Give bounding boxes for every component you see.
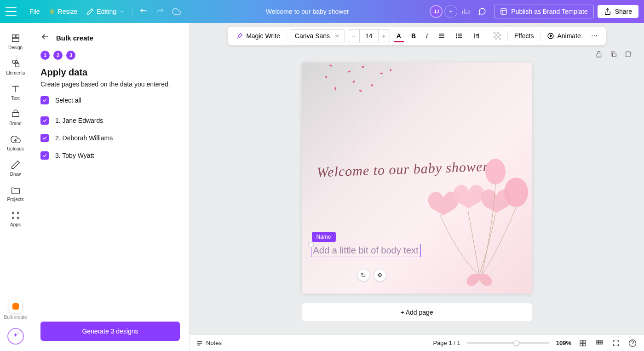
- body-text-element[interactable]: Add a little bit of body text: [311, 244, 421, 257]
- svg-rect-0: [501, 9, 506, 14]
- lock-icon[interactable]: [594, 50, 604, 59]
- chevron-down-icon: [334, 33, 340, 39]
- rail-brand[interactable]: Brand: [2, 105, 29, 130]
- animate-label: Animate: [557, 32, 581, 40]
- add-collaborator-button[interactable]: +: [444, 5, 457, 18]
- svg-rect-2: [16, 35, 18, 38]
- thumbnail-view-icon[interactable]: [594, 338, 604, 348]
- editing-label: Editing: [97, 8, 116, 15]
- magic-sparkle-button[interactable]: [7, 328, 24, 345]
- duplicate-page-icon[interactable]: [609, 50, 618, 59]
- editing-mode-dropdown[interactable]: Editing: [82, 5, 129, 18]
- transparency-button[interactable]: [490, 30, 505, 42]
- bold-button[interactable]: B: [408, 30, 420, 42]
- user-avatar[interactable]: JJ: [430, 5, 443, 18]
- redo-button[interactable]: [152, 3, 168, 20]
- publish-brand-template-button[interactable]: Publish as Brand Template: [494, 5, 593, 18]
- slider-thumb[interactable]: [513, 340, 519, 346]
- more-options-button[interactable]: ⋯: [587, 30, 601, 42]
- font-family-select[interactable]: Canva Sans: [290, 29, 345, 42]
- page-indicator: Page 1 / 1: [433, 339, 460, 346]
- svg-rect-31: [583, 340, 586, 343]
- document-title[interactable]: Welcome to our baby shower: [185, 8, 430, 15]
- panel-heading: Apply data: [31, 63, 189, 81]
- record-row[interactable]: 2. Deborah Williams: [40, 134, 180, 142]
- data-field-tag[interactable]: Name: [312, 232, 336, 242]
- svg-rect-25: [597, 54, 601, 57]
- effects-button[interactable]: Effects: [511, 30, 538, 42]
- cloud-sync-icon[interactable]: [168, 3, 185, 20]
- design-canvas[interactable]: Welcome to our baby shower Name Add a li…: [302, 63, 532, 293]
- help-icon[interactable]: [627, 338, 638, 348]
- rotation-handle[interactable]: [308, 242, 314, 247]
- magic-write-button[interactable]: Magic Write: [232, 30, 284, 42]
- list-button[interactable]: [452, 30, 466, 42]
- move-icon[interactable]: ✥: [374, 269, 386, 282]
- svg-rect-36: [601, 340, 602, 342]
- grid-view-icon[interactable]: [578, 338, 588, 348]
- fullscreen-icon[interactable]: [611, 338, 621, 348]
- select-all-row[interactable]: Select all: [40, 96, 180, 104]
- step-3[interactable]: 3: [66, 51, 75, 60]
- record-row[interactable]: 1. Jane Edwards: [40, 116, 180, 125]
- canvas-scroll[interactable]: Welcome to our baby shower Name Add a li…: [190, 59, 644, 334]
- svg-rect-22: [495, 38, 497, 40]
- rail-projects[interactable]: Projects: [2, 181, 29, 206]
- record-label: 2. Deborah Williams: [55, 134, 113, 142]
- rail-bulk-create[interactable]: Bulk create: [2, 296, 29, 323]
- spacing-button[interactable]: [469, 30, 484, 42]
- add-page-icon[interactable]: [624, 50, 633, 59]
- step-1[interactable]: 1: [40, 51, 50, 60]
- checkbox-icon[interactable]: [40, 116, 49, 125]
- step-2[interactable]: 2: [53, 51, 63, 60]
- resize-button[interactable]: ♛Resize: [45, 5, 82, 18]
- sync-icon[interactable]: ↻: [357, 269, 370, 282]
- checkbox-icon[interactable]: [40, 134, 49, 142]
- share-button[interactable]: Share: [598, 5, 638, 18]
- magic-wand-icon: [236, 32, 243, 40]
- svg-rect-32: [580, 343, 582, 345]
- svg-point-10: [17, 217, 19, 219]
- undo-button[interactable]: [135, 3, 152, 20]
- rail-label: Bulk create: [4, 315, 27, 320]
- font-size-control: − 14 +: [348, 29, 390, 42]
- generate-designs-button[interactable]: Generate 3 designs: [40, 322, 180, 341]
- record-row[interactable]: 3. Toby Wyatt: [40, 151, 180, 160]
- checkbox-icon[interactable]: [40, 151, 49, 160]
- rail-label: Projects: [7, 197, 23, 202]
- font-name: Canva Sans: [295, 32, 330, 40]
- rail-elements[interactable]: Elements: [2, 55, 29, 79]
- font-size-increase[interactable]: +: [379, 30, 390, 42]
- align-button[interactable]: [434, 30, 449, 42]
- add-page-button[interactable]: + Add page: [302, 303, 532, 322]
- italic-button[interactable]: I: [422, 30, 431, 42]
- notes-button[interactable]: Notes: [196, 339, 222, 347]
- rail-draw[interactable]: Draw: [2, 156, 29, 180]
- checkbox-icon[interactable]: [40, 96, 49, 104]
- bulk-create-icon: [9, 300, 22, 313]
- panel-title: Bulk create: [56, 34, 93, 42]
- font-size-value[interactable]: 14: [359, 30, 379, 42]
- svg-point-7: [12, 212, 14, 214]
- animate-button[interactable]: Animate: [543, 30, 584, 42]
- file-menu[interactable]: File: [25, 5, 45, 18]
- analytics-icon[interactable]: [457, 3, 474, 20]
- rail-text[interactable]: Text: [2, 80, 29, 104]
- resize-label: Resize: [58, 8, 78, 15]
- separator: [540, 31, 540, 41]
- zoom-value[interactable]: 109%: [556, 339, 571, 346]
- rail-design[interactable]: Design: [2, 29, 29, 54]
- comment-icon[interactable]: [474, 3, 490, 20]
- rail-apps[interactable]: Apps: [2, 207, 29, 231]
- zoom-slider[interactable]: [467, 342, 550, 344]
- font-size-decrease[interactable]: −: [348, 30, 359, 42]
- back-button[interactable]: [40, 32, 50, 43]
- text-color-button[interactable]: A: [393, 30, 405, 42]
- rail-uploads[interactable]: Uploads: [2, 131, 29, 155]
- svg-rect-5: [16, 63, 19, 67]
- svg-rect-35: [599, 340, 600, 342]
- svg-point-28: [485, 159, 506, 184]
- select-all-label: Select all: [55, 97, 81, 104]
- menu-icon[interactable]: [6, 7, 17, 16]
- data-records-list: Select all 1. Jane Edwards 2. Deborah Wi…: [31, 96, 189, 160]
